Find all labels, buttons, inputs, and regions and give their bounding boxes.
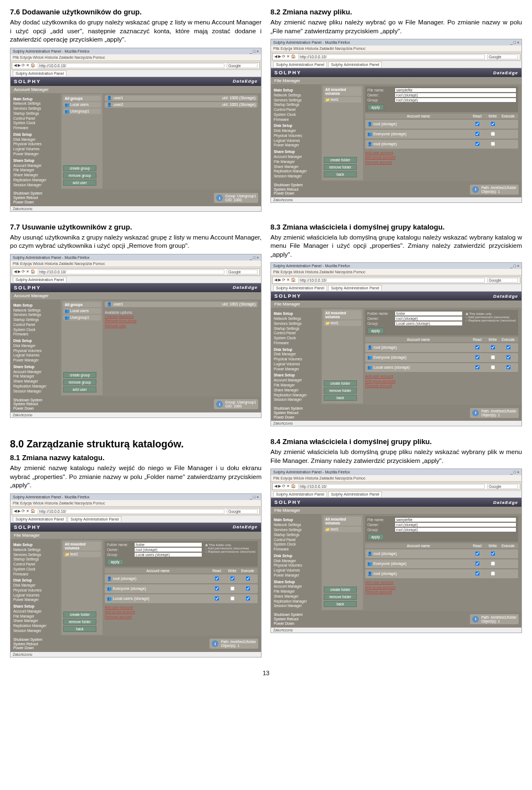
add-group-account-link[interactable]: Add group account bbox=[365, 155, 518, 160]
group-select[interactable]: Local users (storage) bbox=[395, 322, 462, 325]
remove-account-link[interactable]: Remove account bbox=[365, 160, 518, 165]
screenshot-fm-owner-file: Solphy Administration Panel - Mozilla Fi… bbox=[270, 468, 522, 633]
add-user-account-link[interactable]: Add user account bbox=[365, 151, 518, 155]
section-8-2-title: 8.2 Zmiana nazwy pliku. bbox=[270, 8, 522, 16]
section-8-4-title: 8.4 Zmiana właściciela i domyślnej grupy… bbox=[270, 437, 522, 446]
remove-group-button[interactable]: remove group bbox=[63, 172, 96, 179]
create-group-button[interactable]: create group bbox=[63, 165, 96, 171]
page-number: 13 bbox=[6, 670, 526, 676]
owner-select[interactable]: root (storage) bbox=[395, 317, 462, 320]
section-8-1-title: 8.1 Zmiana nazwy katalogu. bbox=[10, 453, 262, 462]
folder-name-input[interactable]: folder bbox=[135, 543, 202, 547]
screenshot-fm-owner-folder: Solphy Administration Panel - Mozilla Fi… bbox=[270, 262, 522, 426]
section-8-3-title: 8.3 Zmiana właściciela i domyślnej grupy… bbox=[270, 223, 522, 231]
remove-folder-button[interactable]: remove folder bbox=[324, 164, 357, 170]
section-8-0-title: 8.0 Zarządzanie strukturą katalogów. bbox=[10, 439, 262, 450]
section-8-3-body: Aby zmienić właściciela lub domyślną gru… bbox=[270, 233, 522, 259]
section-7-6-body: Aby dodać użytkownika do grupy należy ws… bbox=[10, 18, 262, 44]
change-password-link[interactable]: Change password bbox=[105, 314, 258, 319]
remove-from-group-link[interactable]: Remove from group bbox=[105, 319, 258, 323]
back-button[interactable]: back bbox=[324, 171, 357, 177]
remove-user-link[interactable]: Remove user bbox=[105, 324, 258, 328]
screenshot-fm-file: Solphy Administration Panel - Mozilla Fi… bbox=[270, 39, 522, 203]
section-8-4-body: Aby zmienić właściciela lub domyślną gru… bbox=[270, 448, 522, 465]
screenshot-fm-folder: Solphy Administration Panel - Mozilla Fi… bbox=[10, 493, 262, 658]
add-user-button[interactable]: add user bbox=[63, 180, 96, 186]
section-7-6-title: 7.6 Dodawanie użytkowników do grup. bbox=[10, 8, 262, 16]
create-folder-button[interactable]: create folder bbox=[324, 157, 357, 163]
info-icon: i bbox=[216, 195, 223, 201]
screenshot-acct-add: Solphy Administration Panel - Mozilla Fi… bbox=[10, 48, 262, 212]
screenshot-acct-remove: Solphy Administration Panel - Mozilla Fi… bbox=[10, 254, 262, 418]
info-icon: i bbox=[472, 186, 479, 193]
section-8-1-body: Aby zmienić nazwę katalogu należy wejść … bbox=[10, 464, 262, 490]
section-7-7-body: Aby usunąć użytkownika z grupy należy ws… bbox=[10, 233, 262, 251]
file-name-input[interactable]: samplefile bbox=[395, 88, 516, 92]
section-8-2-body: Aby zmienić nazwę pliku należy wybrać go… bbox=[270, 18, 522, 35]
section-7-7-title: 7.7 Usuwanie użytkowników z grup. bbox=[10, 223, 262, 231]
apply-button[interactable]: apply bbox=[367, 104, 384, 110]
